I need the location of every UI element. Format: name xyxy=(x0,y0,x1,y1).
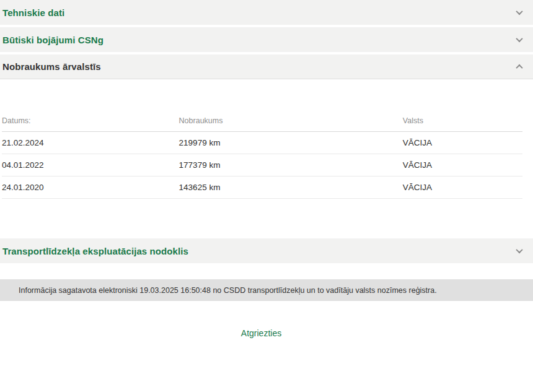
section-title: Būtiski bojājumi CSNg xyxy=(2,35,104,45)
cell-country: VĀCIJA xyxy=(403,154,522,176)
cell-mileage: 219979 km xyxy=(179,132,403,154)
cell-country: VĀCIJA xyxy=(403,176,522,199)
cell-date: 24.01.2020 xyxy=(2,176,179,199)
section-title: Nobraukums ārvalstīs xyxy=(2,61,101,72)
table-row: 04.01.2022 177379 km VĀCIJA xyxy=(2,154,522,176)
report-generated-info-bar: Informācija sagatavota elektroniski 19.0… xyxy=(0,279,533,301)
section-title: Tehniskie dati xyxy=(2,7,64,18)
accordion-section-tehniskie-dati[interactable]: Tehniskie dati xyxy=(0,0,533,25)
accordion-section-ekspluatacijas-nodoklis[interactable]: Transportlīdzekļa ekspluatācijas nodokli… xyxy=(0,238,533,263)
chevron-down-icon xyxy=(516,35,522,42)
chevron-up-icon xyxy=(516,64,522,71)
section-title: Transportlīdzekļa ekspluatācijas nodokli… xyxy=(2,246,188,256)
chevron-down-icon xyxy=(516,8,522,15)
table-row: 21.02.2024 219979 km VĀCIJA xyxy=(2,132,522,154)
report-generated-text: Informācija sagatavota elektroniski 19.0… xyxy=(19,286,437,295)
chevron-down-icon xyxy=(516,246,522,253)
table-header-row: Datums: Nobraukums Valsts xyxy=(2,116,522,132)
column-header-date: Datums: xyxy=(2,116,179,132)
cell-date: 04.01.2022 xyxy=(2,154,179,176)
cell-date: 21.02.2024 xyxy=(2,132,179,154)
cell-country: VĀCIJA xyxy=(403,132,522,154)
column-header-mileage: Nobraukums xyxy=(179,116,403,132)
mileage-table: Datums: Nobraukums Valsts 21.02.2024 219… xyxy=(2,116,522,199)
accordion-section-butiski-bojajumi[interactable]: Būtiski bojājumi CSNg xyxy=(0,27,533,52)
vehicle-report-page: Tehniskie dati Būtiski bojājumi CSNg Nob… xyxy=(0,0,533,392)
cell-mileage: 177379 km xyxy=(179,154,403,176)
mileage-abroad-panel: Datums: Nobraukums Valsts 21.02.2024 219… xyxy=(0,79,533,238)
cell-mileage: 143625 km xyxy=(179,176,403,199)
column-header-country: Valsts xyxy=(403,116,522,132)
back-button[interactable]: Atgriezties xyxy=(241,328,281,338)
table-row: 24.01.2020 143625 km VĀCIJA xyxy=(2,176,522,199)
accordion-section-nobraukums-arvalstis[interactable]: Nobraukums ārvalstīs xyxy=(0,54,533,79)
back-link-row: Atgriezties xyxy=(0,328,522,339)
